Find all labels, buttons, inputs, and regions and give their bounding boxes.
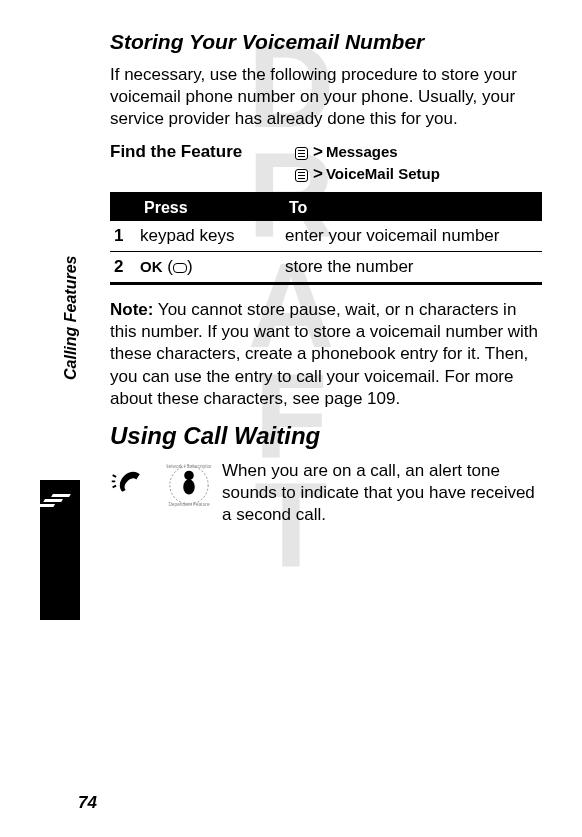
section-title-call-waiting: Using Call Waiting [110,422,542,450]
network-subscription-icon: Network / Subscription Dependent Feature [166,462,212,508]
sidebar-section-label: Calling Features [62,256,80,380]
step-number: 1 [110,226,140,246]
steps-table: Press To 1 keypad keys enter your voicem… [110,192,542,285]
table-row: 1 keypad keys enter your voicemail numbe… [110,221,542,252]
section-title-voicemail: Storing Your Voicemail Number [110,30,542,54]
menu-icon [295,147,308,160]
call-waiting-content: Network / Subscription Dependent Feature… [110,460,542,526]
step-press: OK () [140,257,285,277]
step-press: keypad keys [140,226,285,246]
menu-path-voicemail-setup: VoiceMail Setup [326,165,440,182]
ok-key-label: OK [140,258,163,275]
svg-point-2 [184,470,194,480]
note-paragraph: Note: You cannot store pause, wait, or n… [110,299,542,409]
separator-icon: > [313,164,323,183]
softkey-icon [173,263,187,273]
page-content: Storing Your Voicemail Number If necessa… [0,0,582,546]
intro-paragraph: If necessary, use the following procedur… [110,64,542,130]
feature-paths: >Messages >VoiceMail Setup [295,142,440,184]
header-to: To [285,199,542,217]
find-feature-label: Find the Feature [110,142,295,184]
note-label: Note: [110,300,153,319]
svg-point-1 [183,479,195,494]
find-feature-row: Find the Feature >Messages >VoiceMail Se… [110,142,542,184]
step-to: enter your voicemail number [285,226,542,246]
menu-icon [295,169,308,182]
call-waiting-text: When you are on a call, an alert tone so… [222,460,542,526]
phone-icon [110,462,156,508]
table-header: Press To [110,195,542,221]
note-text: You cannot store pause, wait, or n chara… [110,300,538,407]
header-press: Press [140,199,285,217]
page-number: 74 [78,793,97,813]
step-to: store the number [285,257,542,277]
separator-icon: > [313,142,323,161]
svg-text:Network / Subscription: Network / Subscription [166,464,212,469]
sidebar-tab-indicator [40,480,80,620]
svg-text:Dependent Feature: Dependent Feature [168,502,210,507]
step-number: 2 [110,257,140,277]
table-row: 2 OK () store the number [110,252,542,282]
menu-path-messages: Messages [326,143,398,160]
